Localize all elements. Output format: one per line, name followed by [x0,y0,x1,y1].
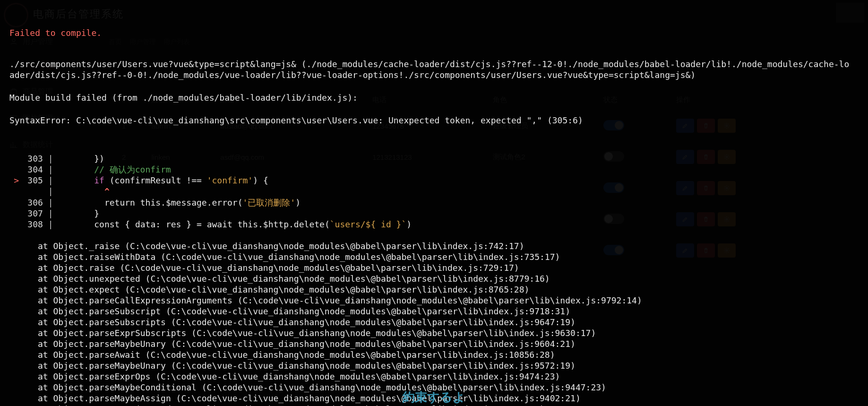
bottom-caption: 約束するよ [403,389,465,405]
stack-line: at Object._raise (C:\code\vue-cli\vue_di… [9,241,859,251]
code-line: 304 | // 确认为confirm [9,164,859,175]
stack-line: at Object.parseSubscript (C:\code\vue-cl… [9,306,859,317]
stack-line: at Object.parseCallExpressionArguments (… [9,295,859,306]
code-line: 306 | return this.$message.error('已取消删除'… [9,197,859,208]
stack-line: at Object.parseMaybeUnary (C:\code\vue-c… [9,360,859,371]
stack-line: at Object.expect (C:\code\vue-cli\vue_di… [9,284,859,295]
code-line: 308 | const { data: res } = await this.$… [9,219,859,230]
stack-line: at Object.parseExprSubscripts (C:\code\v… [9,328,859,338]
code-frame: 303 | }) 304 | // 确认为confirm> 305 | if (… [9,153,859,229]
module-fail: Module build failed (from ./node_modules… [9,92,859,103]
error-title: Failed to compile. [9,27,859,38]
stack-line: at Object.parseExprOps (C:\code\vue-cli\… [9,371,859,382]
file-chain: ./src/components/user/Users.vue?vue&type… [9,59,851,80]
stack-trace: at Object._raise (C:\code\vue-cli\vue_di… [9,241,859,406]
code-line: 307 | } [9,208,859,219]
code-line: | ^ [9,186,859,197]
code-line: 303 | }) [9,153,859,164]
stack-line: at Object.raiseWithData (C:\code\vue-cli… [9,251,859,262]
stack-line: at Object.parseMaybeUnary (C:\code\vue-c… [9,338,859,349]
stack-line: at Object.raise (C:\code\vue-cli\vue_dia… [9,262,859,273]
code-line: > 305 | if (confirmResult !== 'confirm')… [9,175,859,186]
compile-error-overlay[interactable]: Failed to compile. ./src/components/user… [0,0,868,406]
syntax-error: SyntaxError: C:\code\vue-cli\vue_diansha… [9,115,859,126]
stack-line: at Object.parseAwait (C:\code\vue-cli\vu… [9,349,859,360]
stack-line: at Object.parseSubscripts (C:\code\vue-c… [9,317,859,328]
stack-line: at Object.unexpected (C:\code\vue-cli\vu… [9,273,859,284]
